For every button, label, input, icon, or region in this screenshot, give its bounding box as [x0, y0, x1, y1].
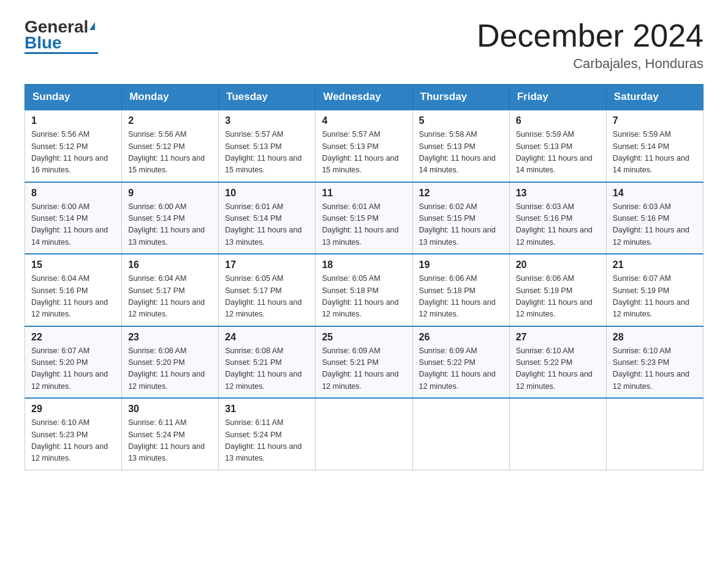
calendar-cell: 23Sunrise: 6:08 AMSunset: 5:20 PMDayligh…: [122, 326, 219, 399]
day-number: 31: [225, 404, 309, 415]
week-row-1: 1Sunrise: 5:56 AMSunset: 5:12 PMDaylight…: [25, 110, 703, 182]
day-number: 26: [419, 332, 503, 343]
day-number: 14: [613, 188, 697, 199]
day-number: 2: [128, 115, 212, 126]
day-info: Sunrise: 6:00 AMSunset: 5:14 PMDaylight:…: [128, 201, 212, 249]
calendar-cell: 9Sunrise: 6:00 AMSunset: 5:14 PMDaylight…: [122, 182, 219, 255]
day-number: 15: [31, 259, 115, 270]
day-info: Sunrise: 6:05 AMSunset: 5:18 PMDaylight:…: [322, 273, 406, 321]
calendar-cell: 27Sunrise: 6:10 AMSunset: 5:22 PMDayligh…: [509, 326, 606, 399]
day-number: 11: [322, 188, 406, 199]
day-number: 6: [516, 115, 600, 126]
day-number: 30: [128, 404, 212, 415]
day-info: Sunrise: 6:06 AMSunset: 5:18 PMDaylight:…: [419, 273, 503, 321]
day-number: 17: [225, 259, 309, 270]
calendar-cell: 16Sunrise: 6:04 AMSunset: 5:17 PMDayligh…: [122, 254, 219, 326]
calendar-cell: 14Sunrise: 6:03 AMSunset: 5:16 PMDayligh…: [606, 182, 703, 255]
calendar-cell: 13Sunrise: 6:03 AMSunset: 5:16 PMDayligh…: [509, 182, 606, 255]
day-number: 19: [419, 259, 503, 270]
day-info: Sunrise: 6:04 AMSunset: 5:16 PMDaylight:…: [31, 273, 115, 321]
logo-blue-text: Blue: [25, 34, 62, 52]
page-header: General Blue December 2024 Carbajales, H…: [25, 18, 703, 72]
day-info: Sunrise: 6:07 AMSunset: 5:19 PMDaylight:…: [613, 273, 697, 321]
day-info: Sunrise: 5:57 AMSunset: 5:13 PMDaylight:…: [225, 129, 309, 177]
day-number: 10: [225, 188, 309, 199]
day-info: Sunrise: 6:10 AMSunset: 5:23 PMDaylight:…: [613, 345, 697, 393]
day-info: Sunrise: 6:10 AMSunset: 5:22 PMDaylight:…: [516, 345, 600, 393]
calendar-cell: 28Sunrise: 6:10 AMSunset: 5:23 PMDayligh…: [606, 326, 703, 399]
day-number: 9: [128, 188, 212, 199]
header-wednesday: Wednesday: [316, 85, 412, 110]
day-info: Sunrise: 6:10 AMSunset: 5:23 PMDaylight:…: [31, 417, 115, 465]
calendar-cell: 26Sunrise: 6:09 AMSunset: 5:22 PMDayligh…: [412, 326, 509, 399]
calendar-cell: 31Sunrise: 6:11 AMSunset: 5:24 PMDayligh…: [219, 398, 316, 470]
header-sunday: Sunday: [25, 85, 122, 110]
week-row-4: 22Sunrise: 6:07 AMSunset: 5:20 PMDayligh…: [25, 326, 703, 399]
day-number: 28: [613, 332, 697, 343]
day-info: Sunrise: 6:06 AMSunset: 5:19 PMDaylight:…: [516, 273, 600, 321]
calendar-cell: 30Sunrise: 6:11 AMSunset: 5:24 PMDayligh…: [122, 398, 219, 470]
week-row-2: 8Sunrise: 6:00 AMSunset: 5:14 PMDaylight…: [25, 182, 703, 255]
header-friday: Friday: [509, 85, 606, 110]
day-number: 5: [419, 115, 503, 126]
day-number: 29: [31, 404, 115, 415]
day-number: 4: [322, 115, 406, 126]
calendar-cell: 8Sunrise: 6:00 AMSunset: 5:14 PMDaylight…: [25, 182, 122, 255]
calendar-cell: 1Sunrise: 5:56 AMSunset: 5:12 PMDaylight…: [25, 110, 122, 182]
calendar-cell: 10Sunrise: 6:01 AMSunset: 5:14 PMDayligh…: [219, 182, 316, 255]
day-info: Sunrise: 6:07 AMSunset: 5:20 PMDaylight:…: [31, 345, 115, 393]
day-info: Sunrise: 5:56 AMSunset: 5:12 PMDaylight:…: [128, 129, 212, 177]
day-info: Sunrise: 6:01 AMSunset: 5:15 PMDaylight:…: [322, 201, 406, 249]
calendar-header-row: SundayMondayTuesdayWednesdayThursdayFrid…: [25, 85, 703, 110]
calendar-cell: [606, 398, 703, 470]
day-info: Sunrise: 5:56 AMSunset: 5:12 PMDaylight:…: [31, 129, 115, 177]
day-number: 7: [613, 115, 697, 126]
day-info: Sunrise: 6:08 AMSunset: 5:20 PMDaylight:…: [128, 345, 212, 393]
header-tuesday: Tuesday: [219, 85, 316, 110]
day-number: 1: [31, 115, 115, 126]
calendar-cell: 15Sunrise: 6:04 AMSunset: 5:16 PMDayligh…: [25, 254, 122, 326]
logo-underline: [25, 52, 98, 54]
logo: General Blue: [25, 18, 98, 54]
calendar-cell: 4Sunrise: 5:57 AMSunset: 5:13 PMDaylight…: [316, 110, 412, 182]
day-info: Sunrise: 6:03 AMSunset: 5:16 PMDaylight:…: [516, 201, 600, 249]
calendar-cell: 21Sunrise: 6:07 AMSunset: 5:19 PMDayligh…: [606, 254, 703, 326]
week-row-5: 29Sunrise: 6:10 AMSunset: 5:23 PMDayligh…: [25, 398, 703, 470]
day-info: Sunrise: 6:00 AMSunset: 5:14 PMDaylight:…: [31, 201, 115, 249]
day-number: 24: [225, 332, 309, 343]
calendar-cell: [412, 398, 509, 470]
day-number: 21: [613, 259, 697, 270]
calendar-cell: 24Sunrise: 6:08 AMSunset: 5:21 PMDayligh…: [219, 326, 316, 399]
day-number: 22: [31, 332, 115, 343]
calendar-cell: 20Sunrise: 6:06 AMSunset: 5:19 PMDayligh…: [509, 254, 606, 326]
month-title: December 2024: [477, 18, 703, 53]
day-number: 23: [128, 332, 212, 343]
day-number: 18: [322, 259, 406, 270]
day-number: 12: [419, 188, 503, 199]
calendar-cell: 12Sunrise: 6:02 AMSunset: 5:15 PMDayligh…: [412, 182, 509, 255]
day-info: Sunrise: 6:11 AMSunset: 5:24 PMDaylight:…: [225, 417, 309, 465]
calendar-cell: 17Sunrise: 6:05 AMSunset: 5:17 PMDayligh…: [219, 254, 316, 326]
day-info: Sunrise: 5:57 AMSunset: 5:13 PMDaylight:…: [322, 129, 406, 177]
calendar-cell: [509, 398, 606, 470]
day-info: Sunrise: 6:05 AMSunset: 5:17 PMDaylight:…: [225, 273, 309, 321]
day-number: 27: [516, 332, 600, 343]
day-number: 20: [516, 259, 600, 270]
day-number: 25: [322, 332, 406, 343]
day-number: 3: [225, 115, 309, 126]
calendar-cell: 11Sunrise: 6:01 AMSunset: 5:15 PMDayligh…: [316, 182, 412, 255]
day-number: 13: [516, 188, 600, 199]
day-info: Sunrise: 6:11 AMSunset: 5:24 PMDaylight:…: [128, 417, 212, 465]
day-info: Sunrise: 6:09 AMSunset: 5:22 PMDaylight:…: [419, 345, 503, 393]
week-row-3: 15Sunrise: 6:04 AMSunset: 5:16 PMDayligh…: [25, 254, 703, 326]
day-info: Sunrise: 6:03 AMSunset: 5:16 PMDaylight:…: [613, 201, 697, 249]
day-info: Sunrise: 6:02 AMSunset: 5:15 PMDaylight:…: [419, 201, 503, 249]
day-info: Sunrise: 6:01 AMSunset: 5:14 PMDaylight:…: [225, 201, 309, 249]
calendar-cell: 25Sunrise: 6:09 AMSunset: 5:21 PMDayligh…: [316, 326, 412, 399]
calendar-cell: 2Sunrise: 5:56 AMSunset: 5:12 PMDaylight…: [122, 110, 219, 182]
title-block: December 2024 Carbajales, Honduras: [477, 18, 703, 72]
calendar-cell: 6Sunrise: 5:59 AMSunset: 5:13 PMDaylight…: [509, 110, 606, 182]
header-thursday: Thursday: [412, 85, 509, 110]
day-number: 8: [31, 188, 115, 199]
calendar-cell: 7Sunrise: 5:59 AMSunset: 5:14 PMDaylight…: [606, 110, 703, 182]
